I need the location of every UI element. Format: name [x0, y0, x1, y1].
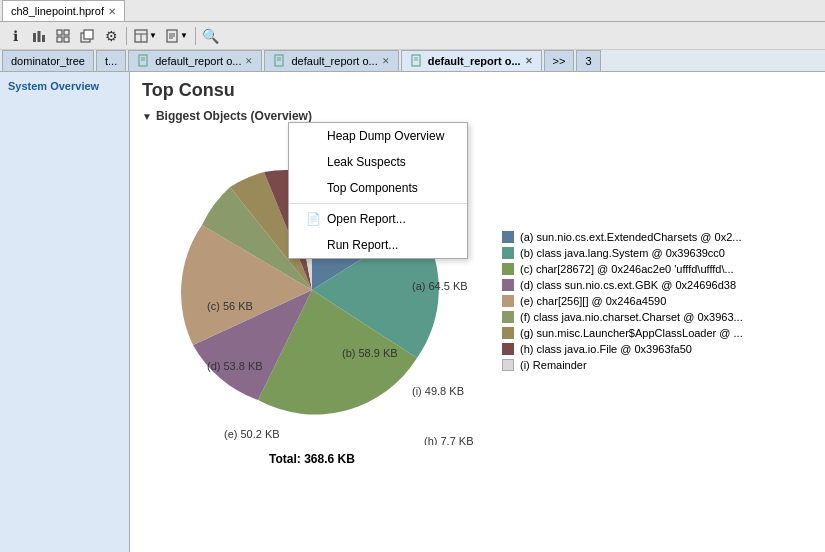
legend-item-f: (f) class java.nio.charset.Charset @ 0x3… [502, 311, 743, 323]
legend-label-i: (i) Remainder [520, 359, 587, 371]
svg-text:(c) 56 KB: (c) 56 KB [207, 300, 253, 312]
chart-legend: (a) sun.nio.cs.ext.ExtendedCharsets @ 0x… [502, 231, 743, 371]
toolbar: ℹ ⚙ ▼ ▼ 🔍 [0, 22, 825, 50]
page-title: Top Consu [130, 72, 825, 105]
legend-label-f: (f) class java.nio.charset.Charset @ 0x3… [520, 311, 743, 323]
legend-label-a: (a) sun.nio.cs.ext.ExtendedCharsets @ 0x… [520, 231, 742, 243]
legend-color-b [502, 247, 514, 259]
components-icon [305, 180, 321, 196]
left-panel: System Overview [0, 72, 130, 552]
pie-total: Total: 368.6 KB [142, 452, 482, 466]
svg-text:(i) 49.8 KB: (i) 49.8 KB [412, 385, 464, 397]
tab-dominator-tree[interactable]: dominator_tree [2, 50, 94, 71]
svg-rect-5 [57, 37, 62, 42]
copy-button[interactable] [76, 25, 98, 47]
menu-leak-suspects[interactable]: Leak Suspects [289, 149, 467, 175]
leak-icon [305, 154, 321, 170]
svg-rect-4 [64, 30, 69, 35]
tab-close-icon[interactable]: ✕ [108, 6, 116, 17]
legend-item-h: (h) class java.io.File @ 0x3963fa50 [502, 343, 743, 355]
tab-default-3-close[interactable]: ✕ [525, 56, 533, 66]
menu-open-report[interactable]: 📄 Open Report... [289, 206, 467, 232]
menu-separator [289, 203, 467, 204]
legend-label-e: (e) char[256][] @ 0x246a4590 [520, 295, 666, 307]
tab-default-report-3[interactable]: default_report o... ✕ [401, 50, 542, 71]
legend-item-i: (i) Remainder [502, 359, 743, 371]
tab-default-report-1[interactable]: default_report o... ✕ [128, 50, 262, 71]
menu-open-label: Open Report... [327, 212, 406, 226]
svg-rect-2 [42, 35, 45, 42]
report-icon-2 [273, 54, 287, 68]
legend-item-c: (c) char[28672] @ 0x246ac2e0 'ufffd\ufff… [502, 263, 743, 275]
legend-item-d: (d) class sun.nio.cs.ext.GBK @ 0x24696d3… [502, 279, 743, 291]
legend-item-g: (g) sun.misc.Launcher$AppClassLoader @ .… [502, 327, 743, 339]
tab-3-label: 3 [585, 55, 591, 67]
svg-text:(a) 64.5 KB: (a) 64.5 KB [412, 280, 468, 292]
tab-dominator-label: dominator_tree [11, 55, 85, 67]
menu-heap-label: Heap Dump Overview [327, 129, 444, 143]
separator-1 [126, 27, 127, 45]
main-content: Top Consu ▼ Biggest Objects (Overview) [130, 72, 825, 552]
run-report-icon [305, 237, 321, 253]
main-tab[interactable]: ch8_linepoint.hprof ✕ [2, 0, 125, 21]
svg-rect-0 [33, 33, 36, 42]
svg-rect-3 [57, 30, 62, 35]
svg-rect-6 [64, 37, 69, 42]
tab-3[interactable]: 3 [576, 50, 600, 71]
tab-default-3-label: default_report o... [428, 55, 521, 67]
tab-overflow-label: >> [553, 55, 566, 67]
open-report-icon: 📄 [305, 211, 321, 227]
menu-run-label: Run Report... [327, 238, 398, 252]
legend-item-a: (a) sun.nio.cs.ext.ExtendedCharsets @ 0x… [502, 231, 743, 243]
search-button[interactable]: 🔍 [200, 25, 222, 47]
legend-item-e: (e) char[256][] @ 0x246a4590 [502, 295, 743, 307]
tab-label: ch8_linepoint.hprof [11, 5, 104, 17]
menu-top-components[interactable]: Top Components [289, 175, 467, 201]
legend-color-i [502, 359, 514, 371]
svg-text:(d) 53.8 KB: (d) 53.8 KB [207, 360, 263, 372]
legend-label-g: (g) sun.misc.Launcher$AppClassLoader @ .… [520, 327, 743, 339]
section-title: ▼ Biggest Objects (Overview) [130, 105, 825, 127]
menu-heap-dump-overview[interactable]: Heap Dump Overview [289, 123, 467, 149]
menu-run-report[interactable]: Run Report... [289, 232, 467, 258]
legend-color-a [502, 231, 514, 243]
report-icon-3 [410, 54, 424, 68]
report-icon-1 [137, 54, 151, 68]
legend-label-h: (h) class java.io.File @ 0x3963fa50 [520, 343, 692, 355]
tab-t[interactable]: t... [96, 50, 126, 71]
legend-item-b: (b) class java.lang.System @ 0x39639cc0 [502, 247, 743, 259]
tab-default-2-close[interactable]: ✕ [382, 56, 390, 66]
legend-color-e [502, 295, 514, 307]
tab-default-1-close[interactable]: ✕ [245, 56, 253, 66]
bar-chart-button[interactable] [28, 25, 50, 47]
dropdown-menu: Heap Dump Overview Leak Suspects Top Com… [288, 122, 468, 259]
grid-button[interactable] [52, 25, 74, 47]
layout-dropdown-button[interactable]: ▼ [131, 25, 160, 47]
chart-container: (a) 64.5 KB (c) 56 KB (b) 58.9 KB (d) 53… [130, 127, 825, 474]
tab-overflow[interactable]: >> [544, 50, 575, 71]
svg-rect-1 [38, 31, 41, 42]
svg-text:(h) 7.7 KB: (h) 7.7 KB [424, 435, 474, 445]
menu-leak-label: Leak Suspects [327, 155, 406, 169]
legend-color-f [502, 311, 514, 323]
legend-color-d [502, 279, 514, 291]
svg-rect-8 [84, 30, 93, 39]
menu-top-label: Top Components [327, 181, 418, 195]
legend-color-h [502, 343, 514, 355]
dropdown-arrow-1: ▼ [149, 31, 157, 40]
report-dropdown-button[interactable]: ▼ [162, 25, 191, 47]
system-overview-link[interactable]: System Overview [0, 76, 129, 96]
svg-text:(e) 50.2 KB: (e) 50.2 KB [224, 428, 280, 440]
tab-default-1-label: default_report o... [155, 55, 241, 67]
tab-t-label: t... [105, 55, 117, 67]
tab-bar: ch8_linepoint.hprof ✕ [0, 0, 825, 22]
settings-button[interactable]: ⚙ [100, 25, 122, 47]
legend-color-c [502, 263, 514, 275]
heap-dump-icon [305, 128, 321, 144]
tab-default-2-label: default_report o... [291, 55, 377, 67]
info-button[interactable]: ℹ [4, 25, 26, 47]
legend-label-c: (c) char[28672] @ 0x246ac2e0 'ufffd\ufff… [520, 263, 734, 275]
tab-default-report-2[interactable]: default_report o... ✕ [264, 50, 398, 71]
content-area: System Overview Top Consu ▼ Biggest Obje… [0, 72, 825, 552]
legend-label-d: (d) class sun.nio.cs.ext.GBK @ 0x24696d3… [520, 279, 736, 291]
